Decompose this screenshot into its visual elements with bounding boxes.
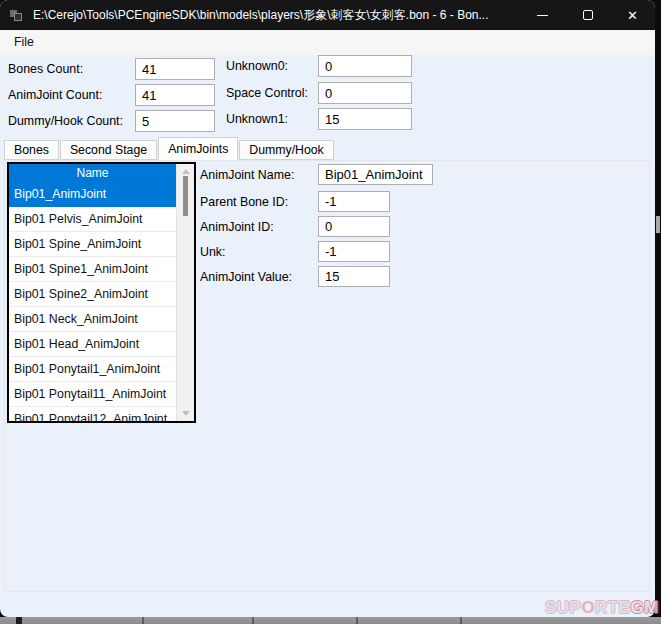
- minimize-icon: [537, 15, 548, 16]
- window-title: E:\Cerejo\Tools\PCEngineSDK\bin\models\p…: [33, 7, 520, 24]
- count-field-input[interactable]: [318, 82, 412, 104]
- grid-row[interactable]: Bip01 Head_AnimJoint: [9, 332, 176, 357]
- count-field-row: Unknown1:: [0, 108, 655, 130]
- detail-field-input[interactable]: [318, 216, 390, 237]
- detail-field-label: Parent Bone ID:: [200, 191, 288, 213]
- count-field-label: Unknown1:: [226, 108, 288, 130]
- detail-field-row: Parent Bone ID:: [0, 191, 655, 213]
- grid-row[interactable]: Bip01 Ponytail11_AnimJoint: [9, 382, 176, 407]
- app-window: E:\Cerejo\Tools\PCEngineSDK\bin\models\p…: [0, 0, 655, 617]
- taskbar-segment: [252, 617, 254, 624]
- detail-field-row: AnimJoint Name:: [0, 164, 655, 186]
- close-icon: ✕: [627, 9, 638, 22]
- count-field-row: Space Control:: [0, 82, 655, 104]
- count-field-row: Unknown0:: [0, 55, 655, 77]
- tab[interactable]: AnimJoints: [158, 137, 238, 160]
- tab[interactable]: Second Stage: [60, 140, 157, 160]
- grid-row-label: Bip01 Ponytail11_AnimJoint: [14, 387, 166, 401]
- watermark-text-gm: GM: [631, 598, 659, 617]
- count-field-input[interactable]: [318, 108, 412, 130]
- grid-row-label: Bip01 Head_AnimJoint: [14, 337, 139, 351]
- taskbar-segment: [356, 617, 358, 624]
- screen: E:\Cerejo\Tools\PCEngineSDK\bin\models\p…: [0, 0, 661, 624]
- close-button[interactable]: ✕: [610, 0, 655, 30]
- grid-row-label: Bip01 Neck_AnimJoint: [14, 312, 138, 326]
- count-field-input[interactable]: [318, 55, 412, 77]
- grid-row[interactable]: Bip01 Neck_AnimJoint: [9, 307, 176, 332]
- detail-field-label: Unk:: [200, 241, 225, 263]
- taskbar-edge-strip: [0, 617, 661, 624]
- grid-row-label: Bip01 Spine2_AnimJoint: [14, 287, 148, 301]
- tab-label: AnimJoints: [168, 142, 228, 156]
- watermark-text-rte: RTE: [595, 598, 631, 617]
- detail-field-row: AnimJoint Value:: [0, 266, 655, 288]
- grid-row-label: Bip01 Ponytail1_AnimJoint: [14, 362, 160, 376]
- detail-field-label: AnimJoint Name:: [200, 164, 294, 186]
- taskbar-segment: [460, 617, 462, 624]
- count-field-label: Space Control:: [226, 82, 308, 104]
- detail-field-row: Unk:: [0, 241, 655, 263]
- maximize-button[interactable]: [565, 0, 610, 30]
- tab[interactable]: Bones: [4, 140, 59, 160]
- menubar: File: [0, 30, 655, 55]
- detail-field-input[interactable]: [318, 266, 390, 287]
- suporte-gm-watermark: SUPORTEGM: [545, 598, 659, 618]
- background-scrollbar-thumb[interactable]: [656, 216, 660, 233]
- tab-label: Dummy/Hook: [249, 143, 323, 157]
- grid-row[interactable]: Bip01 Ponytail1_AnimJoint: [9, 357, 176, 382]
- maximize-icon: [583, 10, 593, 20]
- detail-field-input[interactable]: [318, 191, 390, 212]
- menu-item-file[interactable]: File: [5, 30, 43, 55]
- detail-field-row: AnimJoint ID:: [0, 216, 655, 238]
- titlebar[interactable]: E:\Cerejo\Tools\PCEngineSDK\bin\models\p…: [0, 0, 655, 30]
- detail-field-label: AnimJoint ID:: [200, 216, 274, 238]
- grid-row[interactable]: Bip01 Ponytail12_AnimJoint: [9, 407, 176, 421]
- app-icon-square-front: [14, 13, 22, 21]
- taskbar-segment: [142, 617, 144, 624]
- grid-row-label: Bip01 Ponytail12_AnimJoint: [14, 412, 167, 421]
- watermark-o-dot-icon: O: [581, 598, 595, 617]
- tab[interactable]: Dummy/Hook: [239, 140, 333, 160]
- watermark-text-sup: SUP: [545, 598, 581, 617]
- detail-field-input[interactable]: [318, 164, 433, 185]
- detail-field-input[interactable]: [318, 241, 390, 262]
- detail-field-label: AnimJoint Value:: [200, 266, 292, 288]
- tab-label: Second Stage: [70, 143, 147, 157]
- scrollbar-down-icon[interactable]: [182, 411, 190, 416]
- taskbar-segment: [16, 617, 22, 624]
- tab-label: Bones: [14, 143, 49, 157]
- count-field-label: Unknown0:: [226, 55, 288, 77]
- minimize-button[interactable]: [520, 0, 565, 30]
- window-controls: ✕: [520, 0, 655, 30]
- tabstrip: Bones Second Stage AnimJoints Dummy/Hook: [4, 138, 335, 160]
- app-icon: [10, 8, 24, 22]
